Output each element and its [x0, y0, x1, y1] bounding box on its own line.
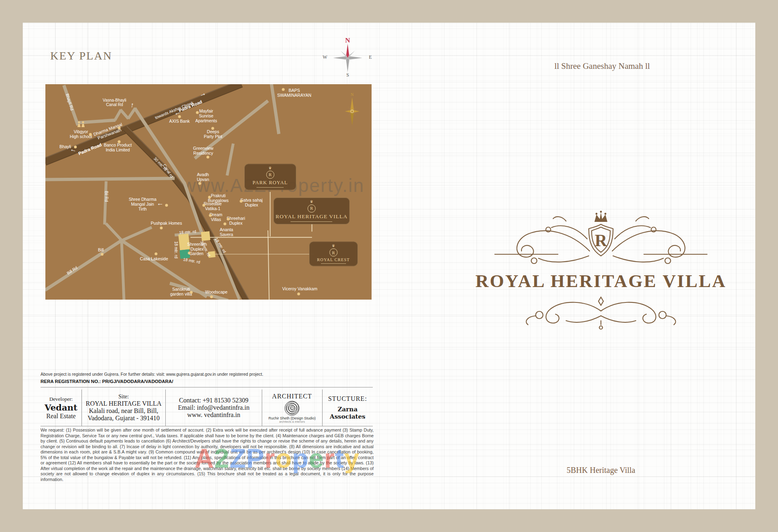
badge-label: PARK ROYAL [252, 179, 288, 185]
map-place-label: Shree Dharma Mangal Jain Tirth [129, 197, 156, 211]
compass-rose-icon: N W E S [332, 36, 363, 81]
map-place-label: Woodscape [205, 289, 227, 294]
structure-name-2: Associates [330, 413, 365, 420]
architect-cell: ARCHITECT Ruchir Sheth (Design Studio) a… [262, 389, 322, 426]
structure-label: STUCTURE: [328, 395, 367, 402]
architect-sub: architects & interiors [279, 420, 305, 423]
map-place-dot [101, 253, 104, 255]
map-place-dot [206, 155, 209, 158]
map-project-badge: ♛ R PARK ROYAL [244, 164, 296, 190]
footer-watermark: A2ZProperty [194, 443, 359, 474]
contact-email: Email: info@vedantinfra.in [178, 404, 249, 411]
badge-monogram: R [266, 170, 274, 179]
map-road [270, 192, 271, 236]
badge-crown-icon: ♛ [269, 166, 272, 170]
badge-flourish [291, 221, 332, 222]
badge-monogram: R [308, 204, 316, 213]
map-place-dot [188, 252, 191, 255]
structure-cell: STUCTURE: Zarna Associates [322, 389, 373, 426]
map-road-label: towards Akshar Chowk [154, 100, 194, 120]
map-place-dot [160, 226, 162, 229]
map-road [45, 177, 175, 181]
watermark-letter: Z [229, 443, 246, 473]
divider [41, 426, 373, 426]
map-place-dot [196, 111, 199, 114]
school-children-icon [77, 121, 85, 129]
map-place-dot [211, 127, 214, 130]
map-place-dot [297, 293, 300, 296]
map-place-label: Rosedale Vatika-1 [204, 201, 222, 211]
map-place-label: Deeps Party Plot [204, 129, 222, 139]
map-place-label: Satva sahaj Duplex [240, 198, 263, 207]
structure-name-1: Zarna [338, 406, 357, 413]
architect-label: ARCHITECT [272, 393, 312, 400]
badge-monogram: R [329, 249, 338, 257]
map-place-dot [118, 140, 120, 143]
map-place-dot [118, 126, 120, 129]
map-direction-arrow-icon: → [126, 101, 136, 109]
map-compass-icon: N [344, 92, 360, 127]
map-project-badge: ♛ R ROYAL HERITAGE VILLA [274, 198, 350, 224]
watermark-letter: o [275, 443, 292, 473]
map-direction-arrow-icon: → [157, 201, 164, 209]
map-place-label: Avadh Upvan [197, 172, 209, 182]
badge-flourish [321, 264, 346, 264]
watermark-letter: r [265, 443, 276, 473]
map-road [120, 240, 125, 300]
map-place-label: Banco Product India Limited [104, 143, 132, 152]
map-place-dot [208, 196, 211, 198]
map-place-label: Bhayli [60, 144, 71, 149]
map-road-label: Vasna-Bhayli Canal Rd [103, 98, 126, 107]
map-place-label: Dream Villas [209, 212, 222, 222]
map-place-label: Greenview Residency [193, 146, 214, 155]
map-place-label: AXIS Bank [169, 119, 190, 123]
watermark-letter: A [194, 443, 214, 473]
map-compass-n-label: N [351, 92, 353, 97]
site-name: ROYAL HERITAGE VILLA [85, 400, 161, 407]
architect-name: Ruchir Sheth (Design Studio) [268, 416, 316, 420]
map-road-label: 18 mtr. rd [174, 241, 178, 258]
site-address-1: Kalali road, near Bill, Bill, [89, 407, 158, 415]
map-place-dot [154, 253, 157, 255]
map-project-badge: ♛ R ROYAL CREST [309, 242, 358, 266]
brochure-page: KEY PLAN N W E S ll Shree Ganeshay Namah… [0, 0, 778, 532]
developer-cell: Developer: Vedant Real Estate [41, 389, 81, 426]
map-place-dot [165, 204, 168, 206]
contact-phone: Contact: +91 81530 52309 [179, 397, 248, 404]
villa-type-text: 5BHK Heritage Villa [487, 466, 714, 475]
compass-e-label: E [366, 54, 374, 60]
map-road [268, 230, 270, 300]
compass-s-label: S [332, 72, 363, 78]
architect-spiral-icon [284, 400, 300, 416]
map-place-dot [223, 222, 226, 225]
map-place-dot [240, 200, 243, 202]
site-label: Site: [118, 394, 129, 400]
blessing-text: ll Shree Ganeshay Namah ll [489, 61, 716, 71]
watermark-letter: e [309, 443, 324, 473]
compass-star-icon [332, 44, 363, 72]
watermark-letter: p [292, 443, 309, 473]
site-address-2: Vadodara, Gujarat - 391410 [88, 415, 160, 422]
site-cell: Site: ROYAL HERITAGE VILLA Kalali road, … [81, 389, 165, 426]
rera-registration: RERA REGISTRATION NO.: PR/GJ/VADODARA/VA… [41, 379, 373, 384]
badge-flourish [256, 187, 284, 187]
divider [41, 387, 373, 387]
badge-label: ROYAL HERITAGE VILLA [276, 213, 348, 220]
map-road-label: Bhayli Rd [65, 93, 75, 111]
developer-name: Vedant [45, 402, 77, 413]
developer-sub: Real Estate [46, 413, 75, 420]
page-title: KEY PLAN [50, 49, 112, 62]
page-sheet: KEY PLAN N W E S ll Shree Ganeshay Namah… [23, 23, 755, 509]
registration-note: Above project is registered under Gujrer… [41, 372, 373, 377]
map-place-label: Mayfair Sunrise Apartments [195, 109, 217, 123]
map-place-label: Shreenath Duplex [187, 242, 207, 251]
map-place-label: Casa Lakeside [140, 256, 168, 261]
map-place-dot [198, 182, 201, 185]
contact-website: www. vedantinfra.in [187, 411, 240, 419]
map-road-label: Bil Rd [104, 191, 108, 202]
developer-label: Developer: [49, 396, 73, 402]
watermark-letter: P [246, 443, 265, 473]
logo-title: ROYAL HERITAGE VILLA [471, 270, 731, 292]
map-plot-block [201, 231, 210, 241]
map-place-dot [203, 204, 205, 206]
